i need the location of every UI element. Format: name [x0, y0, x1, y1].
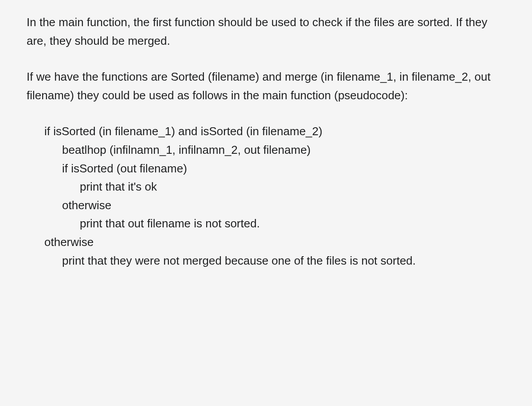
code-text: if isSorted (out filename) [62, 162, 187, 175]
code-text: beatlhop (infilnamn_1, infilnamn_2, out … [62, 143, 311, 156]
pseudocode-line: beatlhop (infilnamn_1, infilnamn_2, out … [62, 141, 505, 160]
pseudocode-line: print that it's ok [80, 178, 505, 196]
pseudocode-line: print that they were not merged because … [44, 252, 505, 270]
intro-paragraph-2: If we have the functions are Sorted (fil… [27, 68, 505, 105]
code-text: print that they were not merged because … [44, 252, 505, 270]
paragraph-text: If we have the functions are Sorted (fil… [27, 70, 490, 102]
intro-paragraph-1: In the main function, the first function… [27, 13, 505, 50]
code-text: otherwise [44, 235, 94, 249]
code-text: print that it's ok [80, 180, 157, 193]
pseudocode-line: print that out filename is not sorted. [80, 215, 505, 233]
pseudocode-block: if isSorted (in filename_1) and isSorted… [44, 122, 505, 270]
paragraph-text: In the main function, the first function… [27, 16, 487, 47]
code-text: if isSorted (in filename_1) and isSorted… [44, 125, 322, 138]
pseudocode-line: if isSorted (in filename_1) and isSorted… [44, 122, 505, 141]
code-text: print that out filename is not sorted. [80, 217, 260, 230]
pseudocode-line: otherwise [62, 196, 505, 215]
pseudocode-line: otherwise [44, 233, 505, 252]
pseudocode-line: if isSorted (out filename) [62, 160, 505, 178]
code-text: otherwise [62, 199, 111, 212]
